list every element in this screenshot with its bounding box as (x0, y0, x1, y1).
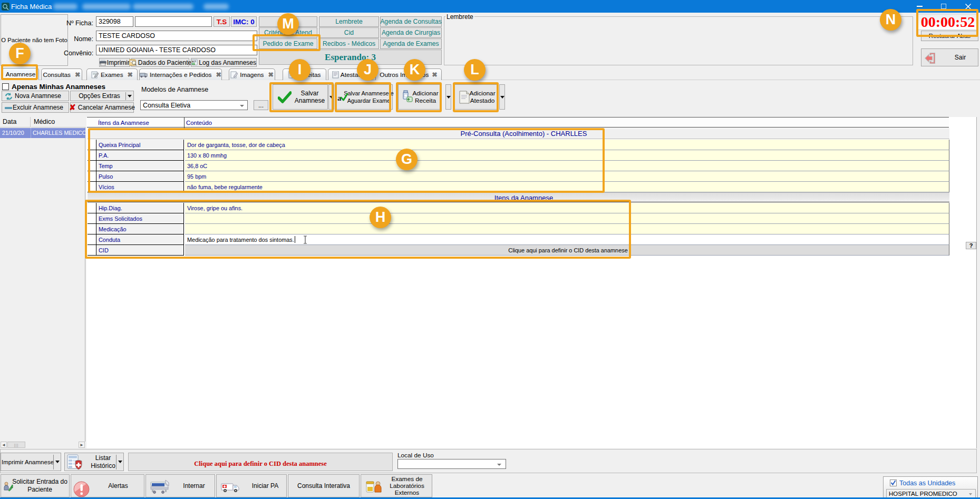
svg-text:ACT: ACT (192, 60, 197, 63)
svg-text:LOG: LOG (192, 63, 196, 65)
